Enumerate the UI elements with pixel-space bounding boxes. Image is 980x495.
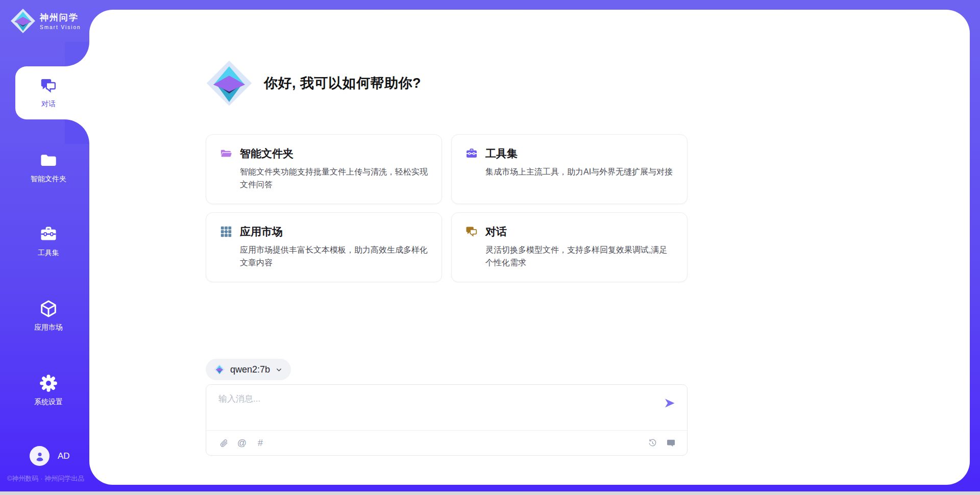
model-gem-icon xyxy=(214,364,225,375)
main-content: 你好, 我可以如何帮助你? 智能文件夹 智能文件夹功能支持批量文件上传与清洗，轻… xyxy=(206,0,688,495)
hash-icon: # xyxy=(258,438,263,449)
sidebar-item-label: 智能文件夹 xyxy=(8,175,89,184)
cube-icon xyxy=(39,299,58,318)
briefcase-icon xyxy=(39,225,58,244)
card-title: 对话 xyxy=(485,225,507,239)
toolbox-icon xyxy=(465,147,478,160)
sidebar-item-label: 对话 xyxy=(8,100,89,109)
card-title: 应用市场 xyxy=(240,225,283,239)
blocks-icon xyxy=(219,225,233,238)
card-description: 应用市场提供丰富长文本模板，助力高效生成多样化文章内容 xyxy=(240,244,428,269)
topic-button[interactable]: # xyxy=(255,438,265,448)
greeting-text: 你好, 我可以如何帮助你? xyxy=(264,74,421,92)
send-icon[interactable] xyxy=(664,397,676,409)
card-smart-folder[interactable]: 智能文件夹 智能文件夹功能支持批量文件上传与清洗，轻松实现文件问答 xyxy=(206,134,442,204)
card-chat[interactable]: 对话 灵活切换多模型文件，支持多样回复效果调试,满足个性化需求 xyxy=(451,212,688,282)
greeting-gem-icon xyxy=(206,60,253,107)
card-description: 智能文件夹功能支持批量文件上传与清洗，轻松实现文件问答 xyxy=(240,166,428,191)
card-title: 工具集 xyxy=(485,146,518,161)
message-composer: @ # xyxy=(206,384,688,456)
gear-icon xyxy=(39,374,58,393)
tab-curve-top xyxy=(65,42,89,66)
history-icon xyxy=(648,438,657,448)
sidebar-item-label: 应用市场 xyxy=(8,323,89,332)
sidebar-item-label: 工具集 xyxy=(8,249,89,258)
card-description: 灵活切换多模型文件，支持多样回复效果调试,满足个性化需求 xyxy=(485,244,674,269)
tab-curve-bottom xyxy=(65,119,89,144)
chevron-down-icon xyxy=(275,366,283,374)
sidebar: 神州问学 Smart Vision 对话 智能文件夹 工具集 xyxy=(0,0,89,495)
sidebar-item-chat[interactable]: 对话 xyxy=(8,77,89,109)
person-icon xyxy=(34,450,46,462)
sidebar-item-smart-folder[interactable]: 智能文件夹 xyxy=(8,151,89,184)
avatar xyxy=(30,446,50,466)
brand-name: 神州问学 xyxy=(40,12,81,23)
card-app-market[interactable]: 应用市场 应用市场提供丰富长文本模板，助力高效生成多样化文章内容 xyxy=(206,212,442,282)
copyright-text: ©神州数码 · 神州问学出品 xyxy=(7,474,84,483)
at-icon: @ xyxy=(237,438,247,449)
sidebar-item-toolset[interactable]: 工具集 xyxy=(8,225,89,258)
composer-toolbar: @ # xyxy=(218,431,676,455)
chat-icon xyxy=(465,225,478,238)
brand-gem-icon xyxy=(10,8,36,34)
model-name: qwen2:7b xyxy=(230,364,270,375)
feature-cards: 智能文件夹 智能文件夹功能支持批量文件上传与清洗，轻松实现文件问答 工具集 集成… xyxy=(206,134,688,282)
chat-icon xyxy=(39,77,58,95)
card-description: 集成市场上主流工具，助力AI与外界无缝扩展与对接 xyxy=(485,166,674,179)
sidebar-item-settings[interactable]: 系统设置 xyxy=(8,374,89,407)
sidebar-item-app-market[interactable]: 应用市场 xyxy=(8,299,89,332)
brand-logo[interactable]: 神州问学 Smart Vision xyxy=(10,8,81,34)
history-button[interactable] xyxy=(647,438,657,448)
attach-file-button[interactable] xyxy=(218,438,229,448)
sidebar-item-label: 系统设置 xyxy=(8,398,89,407)
brand-subtitle: Smart Vision xyxy=(40,24,81,30)
user-account[interactable]: AD xyxy=(30,446,70,466)
model-selector[interactable]: qwen2:7b xyxy=(206,359,291,380)
window-edge xyxy=(0,491,980,495)
card-toolset[interactable]: 工具集 集成市场上主流工具，助力AI与外界无缝扩展与对接 xyxy=(451,134,688,204)
message-input[interactable] xyxy=(218,394,651,404)
mention-button[interactable]: @ xyxy=(237,438,247,448)
folder-icon xyxy=(39,151,58,170)
greeting-block: 你好, 我可以如何帮助你? xyxy=(206,60,421,107)
paperclip-icon xyxy=(219,438,229,448)
folder-open-icon xyxy=(219,147,233,160)
user-name: AD xyxy=(58,451,70,461)
card-title: 智能文件夹 xyxy=(240,146,293,161)
new-conversation-button[interactable] xyxy=(666,438,676,448)
comment-icon xyxy=(666,438,676,448)
